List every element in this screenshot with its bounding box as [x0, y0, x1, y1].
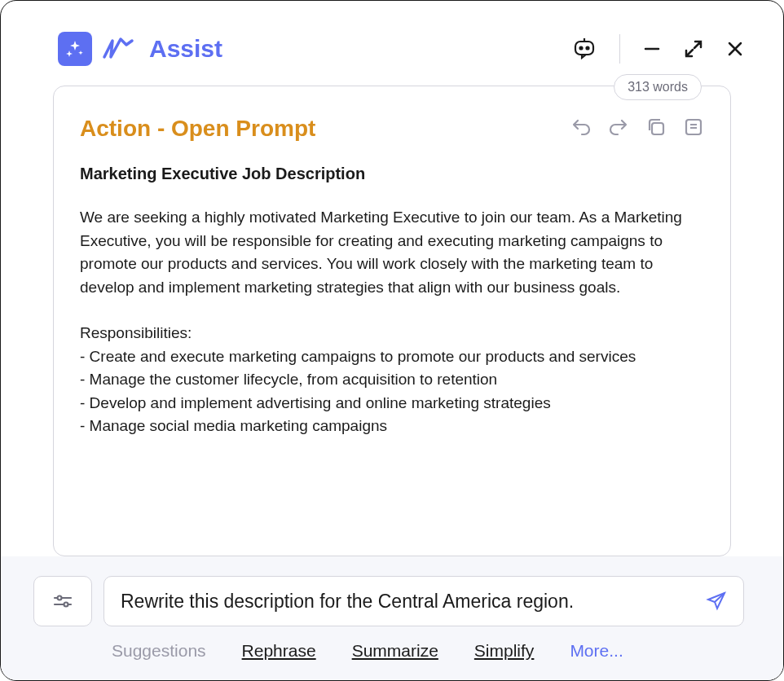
brand-text: Assist [149, 35, 222, 63]
minimize-button[interactable] [643, 40, 661, 58]
sparkle-icon [58, 32, 92, 66]
content-card: Action - Open Prompt [53, 86, 731, 556]
responsibilities-label: Responsibilities: [80, 322, 704, 345]
responsibility-item: - Create and execute marketing campaigns… [80, 345, 704, 369]
suggestions-label: Suggestions [112, 641, 206, 661]
redo-icon[interactable] [608, 116, 629, 141]
divider [619, 34, 620, 64]
undo-icon[interactable] [570, 116, 592, 141]
card-actions [570, 116, 704, 141]
settings-button[interactable] [33, 576, 92, 626]
svg-point-1 [580, 47, 583, 50]
content-body: We are seeking a highly motivated Market… [80, 206, 704, 438]
svg-rect-0 [575, 42, 593, 55]
suggestions-row: Suggestions Rephrase Summarize Simplify … [33, 641, 744, 661]
send-button[interactable] [706, 591, 727, 612]
copy-icon[interactable] [645, 116, 667, 141]
suggestion-more[interactable]: More... [570, 641, 623, 661]
prompt-input-container [104, 576, 744, 626]
word-count-badge: 313 words [614, 74, 702, 100]
prompt-input[interactable] [121, 591, 706, 613]
card-title: Action - Open Prompt [80, 116, 315, 142]
input-row [33, 576, 744, 626]
suggestion-simplify[interactable]: Simplify [474, 641, 535, 661]
svg-point-12 [58, 596, 62, 600]
header-actions [572, 34, 744, 64]
zia-icon [102, 36, 134, 62]
brand-area: Assist [58, 32, 222, 66]
content-area: 313 words Action - Open Prompt [1, 86, 783, 556]
suggestion-summarize[interactable]: Summarize [352, 641, 438, 661]
bot-icon[interactable] [572, 37, 597, 61]
content-paragraph: We are seeking a highly motivated Market… [80, 206, 704, 299]
responsibility-item: - Develop and implement advertising and … [80, 392, 704, 415]
responsibility-item: - Manage social media marketing campaign… [80, 415, 704, 438]
expand-button[interactable] [684, 39, 703, 59]
svg-point-2 [587, 47, 589, 50]
bottom-bar: Suggestions Rephrase Summarize Simplify … [1, 556, 783, 680]
responsibilities-section: Responsibilities: - Create and execute m… [80, 322, 704, 438]
svg-point-14 [64, 603, 68, 607]
content-title: Marketing Executive Job Description [80, 165, 704, 183]
notes-icon[interactable] [683, 116, 704, 141]
header: Assist [1, 1, 783, 86]
svg-rect-7 [652, 123, 663, 134]
close-button[interactable] [726, 40, 744, 58]
responsibility-item: - Manage the customer lifecycle, from ac… [80, 368, 704, 392]
suggestion-rephrase[interactable]: Rephrase [242, 641, 316, 661]
